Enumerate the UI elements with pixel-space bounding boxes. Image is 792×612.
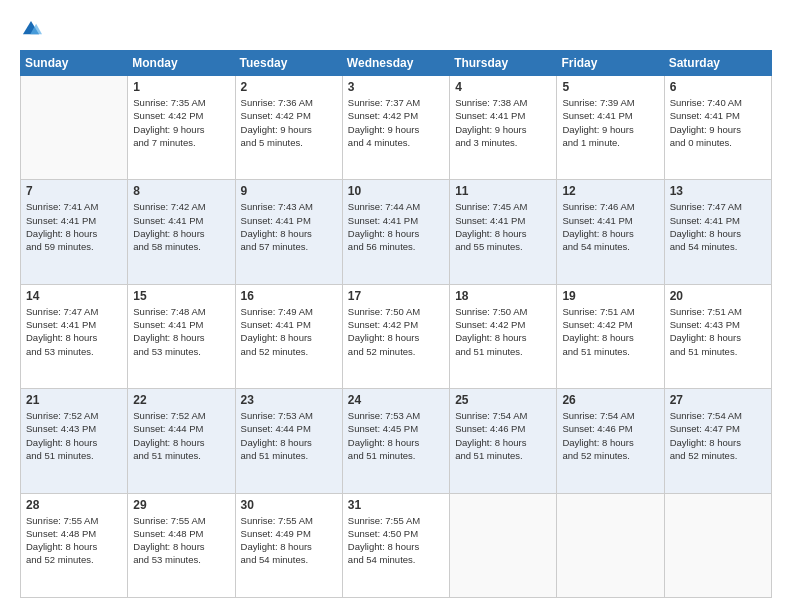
calendar-cell: 21Sunrise: 7:52 AM Sunset: 4:43 PM Dayli… [21, 389, 128, 493]
day-number: 11 [455, 184, 551, 198]
day-info: Sunrise: 7:40 AM Sunset: 4:41 PM Dayligh… [670, 96, 766, 149]
calendar-cell: 1Sunrise: 7:35 AM Sunset: 4:42 PM Daylig… [128, 76, 235, 180]
calendar-cell: 6Sunrise: 7:40 AM Sunset: 4:41 PM Daylig… [664, 76, 771, 180]
calendar-cell: 4Sunrise: 7:38 AM Sunset: 4:41 PM Daylig… [450, 76, 557, 180]
calendar-cell: 26Sunrise: 7:54 AM Sunset: 4:46 PM Dayli… [557, 389, 664, 493]
day-info: Sunrise: 7:39 AM Sunset: 4:41 PM Dayligh… [562, 96, 658, 149]
calendar-cell: 23Sunrise: 7:53 AM Sunset: 4:44 PM Dayli… [235, 389, 342, 493]
calendar-cell: 31Sunrise: 7:55 AM Sunset: 4:50 PM Dayli… [342, 493, 449, 597]
day-info: Sunrise: 7:50 AM Sunset: 4:42 PM Dayligh… [348, 305, 444, 358]
day-info: Sunrise: 7:55 AM Sunset: 4:48 PM Dayligh… [133, 514, 229, 567]
day-number: 23 [241, 393, 337, 407]
calendar-cell: 22Sunrise: 7:52 AM Sunset: 4:44 PM Dayli… [128, 389, 235, 493]
weekday-header-wednesday: Wednesday [342, 51, 449, 76]
day-info: Sunrise: 7:53 AM Sunset: 4:45 PM Dayligh… [348, 409, 444, 462]
day-info: Sunrise: 7:42 AM Sunset: 4:41 PM Dayligh… [133, 200, 229, 253]
calendar-cell: 12Sunrise: 7:46 AM Sunset: 4:41 PM Dayli… [557, 180, 664, 284]
calendar-week-3: 14Sunrise: 7:47 AM Sunset: 4:41 PM Dayli… [21, 284, 772, 388]
day-info: Sunrise: 7:54 AM Sunset: 4:47 PM Dayligh… [670, 409, 766, 462]
weekday-header-sunday: Sunday [21, 51, 128, 76]
day-info: Sunrise: 7:52 AM Sunset: 4:43 PM Dayligh… [26, 409, 122, 462]
day-info: Sunrise: 7:43 AM Sunset: 4:41 PM Dayligh… [241, 200, 337, 253]
day-info: Sunrise: 7:52 AM Sunset: 4:44 PM Dayligh… [133, 409, 229, 462]
day-number: 1 [133, 80, 229, 94]
calendar-cell: 30Sunrise: 7:55 AM Sunset: 4:49 PM Dayli… [235, 493, 342, 597]
day-info: Sunrise: 7:51 AM Sunset: 4:43 PM Dayligh… [670, 305, 766, 358]
logo [20, 18, 44, 40]
calendar-table: SundayMondayTuesdayWednesdayThursdayFrid… [20, 50, 772, 598]
weekday-header-thursday: Thursday [450, 51, 557, 76]
day-number: 4 [455, 80, 551, 94]
day-info: Sunrise: 7:46 AM Sunset: 4:41 PM Dayligh… [562, 200, 658, 253]
calendar-week-2: 7Sunrise: 7:41 AM Sunset: 4:41 PM Daylig… [21, 180, 772, 284]
calendar-cell [21, 76, 128, 180]
calendar-cell: 25Sunrise: 7:54 AM Sunset: 4:46 PM Dayli… [450, 389, 557, 493]
day-number: 9 [241, 184, 337, 198]
calendar-cell: 14Sunrise: 7:47 AM Sunset: 4:41 PM Dayli… [21, 284, 128, 388]
day-info: Sunrise: 7:51 AM Sunset: 4:42 PM Dayligh… [562, 305, 658, 358]
header [20, 18, 772, 40]
calendar-cell: 15Sunrise: 7:48 AM Sunset: 4:41 PM Dayli… [128, 284, 235, 388]
day-info: Sunrise: 7:41 AM Sunset: 4:41 PM Dayligh… [26, 200, 122, 253]
calendar-cell: 18Sunrise: 7:50 AM Sunset: 4:42 PM Dayli… [450, 284, 557, 388]
day-number: 10 [348, 184, 444, 198]
calendar-cell: 9Sunrise: 7:43 AM Sunset: 4:41 PM Daylig… [235, 180, 342, 284]
calendar-cell: 24Sunrise: 7:53 AM Sunset: 4:45 PM Dayli… [342, 389, 449, 493]
day-number: 3 [348, 80, 444, 94]
day-number: 19 [562, 289, 658, 303]
calendar-week-1: 1Sunrise: 7:35 AM Sunset: 4:42 PM Daylig… [21, 76, 772, 180]
day-number: 26 [562, 393, 658, 407]
day-number: 18 [455, 289, 551, 303]
day-number: 25 [455, 393, 551, 407]
calendar-cell: 29Sunrise: 7:55 AM Sunset: 4:48 PM Dayli… [128, 493, 235, 597]
day-number: 13 [670, 184, 766, 198]
day-info: Sunrise: 7:50 AM Sunset: 4:42 PM Dayligh… [455, 305, 551, 358]
day-number: 20 [670, 289, 766, 303]
day-info: Sunrise: 7:36 AM Sunset: 4:42 PM Dayligh… [241, 96, 337, 149]
day-number: 17 [348, 289, 444, 303]
day-number: 5 [562, 80, 658, 94]
calendar-cell [664, 493, 771, 597]
day-info: Sunrise: 7:44 AM Sunset: 4:41 PM Dayligh… [348, 200, 444, 253]
day-number: 22 [133, 393, 229, 407]
calendar-cell: 7Sunrise: 7:41 AM Sunset: 4:41 PM Daylig… [21, 180, 128, 284]
day-info: Sunrise: 7:38 AM Sunset: 4:41 PM Dayligh… [455, 96, 551, 149]
calendar-cell: 11Sunrise: 7:45 AM Sunset: 4:41 PM Dayli… [450, 180, 557, 284]
day-info: Sunrise: 7:55 AM Sunset: 4:50 PM Dayligh… [348, 514, 444, 567]
day-number: 14 [26, 289, 122, 303]
day-number: 7 [26, 184, 122, 198]
day-info: Sunrise: 7:55 AM Sunset: 4:49 PM Dayligh… [241, 514, 337, 567]
weekday-header-tuesday: Tuesday [235, 51, 342, 76]
day-number: 28 [26, 498, 122, 512]
calendar-cell [557, 493, 664, 597]
calendar-cell: 28Sunrise: 7:55 AM Sunset: 4:48 PM Dayli… [21, 493, 128, 597]
day-number: 16 [241, 289, 337, 303]
day-number: 27 [670, 393, 766, 407]
calendar-cell [450, 493, 557, 597]
day-number: 6 [670, 80, 766, 94]
calendar-cell: 13Sunrise: 7:47 AM Sunset: 4:41 PM Dayli… [664, 180, 771, 284]
weekday-header-row: SundayMondayTuesdayWednesdayThursdayFrid… [21, 51, 772, 76]
day-info: Sunrise: 7:53 AM Sunset: 4:44 PM Dayligh… [241, 409, 337, 462]
day-number: 12 [562, 184, 658, 198]
weekday-header-monday: Monday [128, 51, 235, 76]
day-number: 29 [133, 498, 229, 512]
day-info: Sunrise: 7:49 AM Sunset: 4:41 PM Dayligh… [241, 305, 337, 358]
calendar-cell: 20Sunrise: 7:51 AM Sunset: 4:43 PM Dayli… [664, 284, 771, 388]
day-info: Sunrise: 7:54 AM Sunset: 4:46 PM Dayligh… [455, 409, 551, 462]
weekday-header-saturday: Saturday [664, 51, 771, 76]
calendar-cell: 17Sunrise: 7:50 AM Sunset: 4:42 PM Dayli… [342, 284, 449, 388]
calendar-cell: 2Sunrise: 7:36 AM Sunset: 4:42 PM Daylig… [235, 76, 342, 180]
calendar-cell: 19Sunrise: 7:51 AM Sunset: 4:42 PM Dayli… [557, 284, 664, 388]
calendar-cell: 3Sunrise: 7:37 AM Sunset: 4:42 PM Daylig… [342, 76, 449, 180]
day-number: 31 [348, 498, 444, 512]
day-info: Sunrise: 7:54 AM Sunset: 4:46 PM Dayligh… [562, 409, 658, 462]
day-info: Sunrise: 7:55 AM Sunset: 4:48 PM Dayligh… [26, 514, 122, 567]
weekday-header-friday: Friday [557, 51, 664, 76]
calendar-cell: 10Sunrise: 7:44 AM Sunset: 4:41 PM Dayli… [342, 180, 449, 284]
day-number: 24 [348, 393, 444, 407]
page: SundayMondayTuesdayWednesdayThursdayFrid… [0, 0, 792, 612]
day-info: Sunrise: 7:48 AM Sunset: 4:41 PM Dayligh… [133, 305, 229, 358]
calendar-cell: 16Sunrise: 7:49 AM Sunset: 4:41 PM Dayli… [235, 284, 342, 388]
day-number: 8 [133, 184, 229, 198]
